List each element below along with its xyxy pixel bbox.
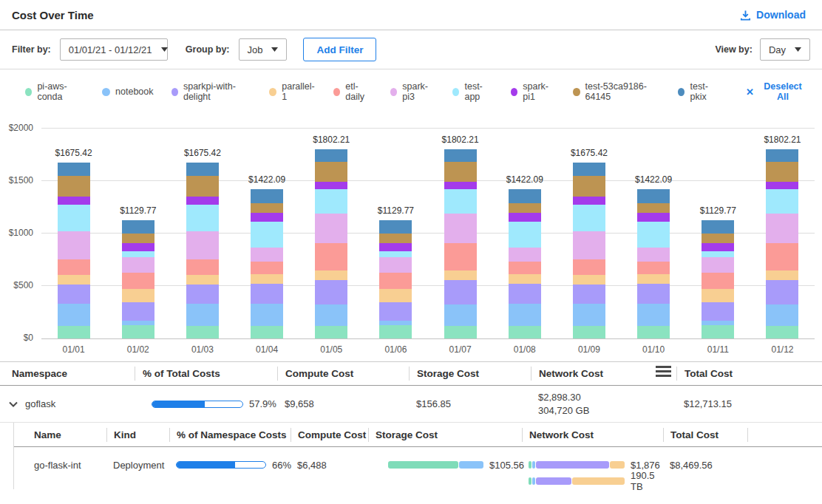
bar-segment-test-53ca9186-64145[interactable] (58, 176, 90, 197)
bar-segment-etl-daily[interactable] (315, 243, 347, 270)
bar-segment-test-53ca9186-64145[interactable] (573, 176, 605, 197)
bar-segment-spark-pi1[interactable] (186, 197, 219, 205)
bar-segment-test-app[interactable] (122, 251, 154, 257)
bar-segment-test-pkix[interactable] (573, 163, 605, 176)
stacked-bar[interactable] (58, 163, 90, 338)
bar-segment-etl-daily[interactable] (251, 262, 283, 274)
group-by-select[interactable]: Job (239, 38, 288, 61)
bar-segment-spark-pi1[interactable] (766, 182, 798, 189)
bar-segment-test-pkix[interactable] (315, 149, 347, 162)
bar-segment-parallel-1[interactable] (444, 270, 477, 280)
bar-segment-test-app[interactable] (766, 189, 798, 214)
bar-segment-notebook[interactable] (444, 304, 477, 326)
bar-segment-spark-pi3[interactable] (637, 248, 670, 262)
bar-segment-pi-aws-conda[interactable] (509, 326, 541, 338)
bar-segment-spark-pi3[interactable] (186, 231, 219, 259)
view-by-select[interactable]: Day (760, 38, 810, 61)
bar-segment-parallel-1[interactable] (379, 289, 412, 302)
stacked-bar[interactable] (186, 163, 219, 338)
bar-segment-test-app[interactable] (315, 189, 347, 214)
bar-segment-spark-pi1[interactable] (315, 182, 347, 189)
bar-segment-sparkpi-with-delight[interactable] (702, 302, 734, 320)
bar-segment-test-pkix[interactable] (509, 189, 541, 203)
stacked-bar[interactable] (702, 220, 734, 338)
deselect-all-button[interactable]: ✕ Deselect All (741, 81, 810, 103)
bar-segment-etl-daily[interactable] (509, 262, 541, 274)
bar-segment-parallel-1[interactable] (509, 274, 541, 284)
bar-segment-test-app[interactable] (509, 222, 541, 248)
bar-segment-test-pkix[interactable] (444, 149, 477, 162)
bar-segment-parallel-1[interactable] (315, 270, 347, 280)
stacked-bar[interactable] (379, 220, 412, 338)
bar-segment-test-app[interactable] (379, 251, 412, 257)
bar-segment-test-53ca9186-64145[interactable] (444, 162, 477, 182)
bar-segment-test-53ca9186-64145[interactable] (122, 234, 154, 244)
legend-item-pi-aws-conda[interactable]: pi-aws-conda (25, 81, 84, 102)
bar-segment-pi-aws-conda[interactable] (58, 326, 90, 338)
bar-segment-sparkpi-with-delight[interactable] (444, 280, 477, 304)
bar-segment-parallel-1[interactable] (573, 275, 605, 285)
bar-segment-notebook[interactable] (315, 304, 347, 326)
stacked-bar[interactable] (122, 220, 154, 338)
bar-segment-test-53ca9186-64145[interactable] (702, 234, 734, 244)
bar-segment-spark-pi1[interactable] (251, 213, 283, 222)
bar-segment-sparkpi-with-delight[interactable] (315, 280, 347, 304)
stacked-bar[interactable] (251, 189, 283, 338)
bar-segment-spark-pi1[interactable] (509, 213, 541, 222)
legend-item-etl-daily[interactable]: etl-daily (333, 81, 373, 102)
bar-segment-spark-pi1[interactable] (573, 197, 605, 205)
bar-segment-spark-pi3[interactable] (379, 257, 412, 273)
stacked-bar[interactable] (766, 149, 798, 338)
bar-segment-test-pkix[interactable] (379, 220, 412, 234)
bar-segment-sparkpi-with-delight[interactable] (186, 285, 219, 304)
bar-segment-spark-pi3[interactable] (766, 214, 798, 243)
bar-segment-spark-pi1[interactable] (379, 243, 412, 251)
bar-segment-sparkpi-with-delight[interactable] (379, 302, 412, 320)
bar-segment-test-pkix[interactable] (702, 220, 734, 234)
bar-segment-etl-daily[interactable] (766, 243, 798, 270)
bar-segment-pi-aws-conda[interactable] (573, 326, 605, 338)
bar-segment-notebook[interactable] (58, 304, 90, 326)
bar-segment-test-53ca9186-64145[interactable] (509, 203, 541, 213)
bar-segment-etl-daily[interactable] (702, 273, 734, 289)
bar-segment-test-53ca9186-64145[interactable] (379, 234, 412, 244)
add-filter-button[interactable]: Add Filter (303, 38, 376, 61)
bar-segment-pi-aws-conda[interactable] (702, 325, 734, 338)
nested-table-row[interactable]: go-flask-int Deployment 66% $6,488 $105.… (14, 447, 822, 489)
stacked-bar[interactable] (637, 189, 670, 338)
bar-segment-parallel-1[interactable] (766, 270, 798, 280)
bar-segment-spark-pi3[interactable] (122, 257, 154, 273)
stacked-bar[interactable] (509, 189, 541, 338)
bar-segment-test-pkix[interactable] (122, 220, 154, 234)
stacked-bar[interactable] (315, 149, 347, 338)
stacked-bar[interactable] (573, 163, 605, 338)
bar-segment-spark-pi3[interactable] (315, 214, 347, 243)
bar-segment-test-pkix[interactable] (251, 189, 283, 203)
bar-segment-spark-pi1[interactable] (702, 243, 734, 251)
bar-segment-etl-daily[interactable] (637, 262, 670, 274)
bar-segment-notebook[interactable] (509, 304, 541, 326)
bar-segment-sparkpi-with-delight[interactable] (251, 284, 283, 304)
bar-segment-pi-aws-conda[interactable] (186, 326, 219, 338)
bar-segment-notebook[interactable] (573, 304, 605, 326)
bar-segment-test-app[interactable] (573, 205, 605, 231)
bar-segment-etl-daily[interactable] (573, 259, 605, 275)
bar-segment-etl-daily[interactable] (444, 243, 477, 270)
bar-segment-notebook[interactable] (251, 304, 283, 326)
bar-segment-spark-pi3[interactable] (58, 231, 90, 259)
bar-segment-spark-pi1[interactable] (58, 197, 90, 205)
bar-segment-test-53ca9186-64145[interactable] (766, 162, 798, 182)
bar-segment-notebook[interactable] (637, 304, 670, 326)
bar-segment-test-app[interactable] (251, 222, 283, 248)
bar-segment-sparkpi-with-delight[interactable] (58, 285, 90, 304)
legend-item-notebook[interactable]: notebook (102, 86, 153, 97)
bar-segment-spark-pi3[interactable] (702, 257, 734, 273)
bar-segment-parallel-1[interactable] (702, 289, 734, 302)
bar-segment-pi-aws-conda[interactable] (444, 326, 477, 338)
bar-segment-pi-aws-conda[interactable] (315, 326, 347, 338)
bar-segment-notebook[interactable] (766, 304, 798, 326)
bar-segment-parallel-1[interactable] (186, 275, 219, 285)
bar-segment-test-app[interactable] (186, 205, 219, 231)
bar-segment-test-53ca9186-64145[interactable] (186, 176, 219, 197)
bar-segment-notebook[interactable] (186, 304, 219, 326)
